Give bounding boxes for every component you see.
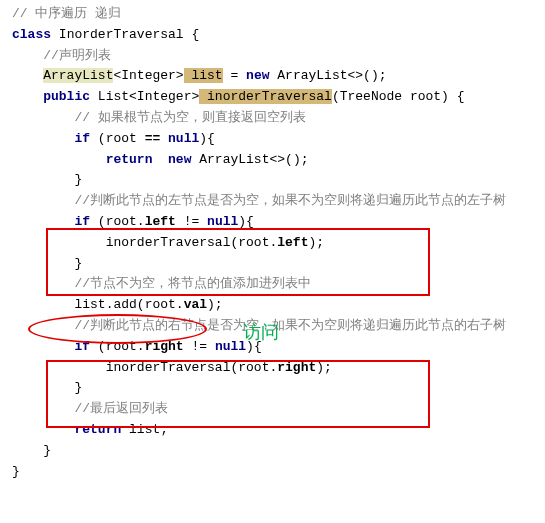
code-line: if (root == null){ <box>12 129 541 150</box>
tail: <>(); <box>348 68 387 83</box>
generic: <Integer> <box>129 89 199 104</box>
tail: ); <box>207 297 223 312</box>
keyword-null: null <box>215 339 246 354</box>
keyword-if: if <box>74 339 90 354</box>
code-content: // 中序遍历 递归 class InorderTraversal { //声明… <box>0 0 545 486</box>
expr: (root. <box>90 214 145 229</box>
type: ArrayList <box>277 68 347 83</box>
type: ArrayList <box>199 152 269 167</box>
comment-text: //节点不为空，将节点的值添加进列表中 <box>74 276 311 291</box>
code-line: if (root.left != null){ <box>12 212 541 233</box>
call: inorderTraversal(root. <box>106 360 278 375</box>
expr: (root. <box>90 339 145 354</box>
tail: <>(); <box>269 152 308 167</box>
var-list: list <box>184 68 223 83</box>
field-left: left <box>277 235 308 250</box>
brace: } <box>74 380 82 395</box>
params: (TreeNode root) { <box>332 89 465 104</box>
type: List <box>90 89 129 104</box>
expr: list; <box>121 422 168 437</box>
keyword-public: public <box>43 89 90 104</box>
sp <box>152 152 168 167</box>
comment-text: //判断此节点的左节点是否为空，如果不为空则将递归遍历此节点的左子树 <box>74 193 506 208</box>
tail: ){ <box>238 214 254 229</box>
tail: ); <box>316 360 332 375</box>
op-eqeq: == <box>145 131 161 146</box>
code-line: //声明列表 <box>12 46 541 67</box>
brace: } <box>43 443 51 458</box>
comment-text: //判断此节点的右节点是否为空，如果不为空则将递归遍历此节点的右子树 <box>74 318 506 333</box>
call: inorderTraversal(root. <box>106 235 278 250</box>
keyword-new: new <box>246 68 277 83</box>
field-right: right <box>145 339 184 354</box>
keyword-null: null <box>207 214 238 229</box>
code-line: } <box>12 462 541 483</box>
brace: { <box>184 27 200 42</box>
code-line: } <box>12 254 541 275</box>
code-line: //最后返回列表 <box>12 399 541 420</box>
code-line: //判断此节点的左节点是否为空，如果不为空则将递归遍历此节点的左子树 <box>12 191 541 212</box>
op: != <box>184 339 215 354</box>
code-line: return list; <box>12 420 541 441</box>
brace: } <box>74 256 82 271</box>
code-line: // 中序遍历 递归 <box>12 4 541 25</box>
field-left: left <box>145 214 176 229</box>
field-val: val <box>184 297 207 312</box>
keyword-new: new <box>168 152 199 167</box>
comment-text: // 如果根节点为空，则直接返回空列表 <box>74 110 305 125</box>
op: = <box>223 68 246 83</box>
brace: } <box>74 172 82 187</box>
keyword-return: return <box>106 152 153 167</box>
comment-text: //最后返回列表 <box>74 401 168 416</box>
type-arraylist: ArrayList <box>43 68 113 83</box>
code-line: list.add(root.val); <box>12 295 541 316</box>
code-line: inorderTraversal(root.left); <box>12 233 541 254</box>
code-line: //节点不为空，将节点的值添加进列表中 <box>12 274 541 295</box>
tail: ){ <box>199 131 215 146</box>
keyword-if: if <box>74 131 90 146</box>
method-name: inorderTraversal <box>199 89 332 104</box>
tail: ){ <box>246 339 262 354</box>
code-line: ArrayList<Integer> list = new ArrayList<… <box>12 66 541 87</box>
expr: (root <box>90 131 145 146</box>
keyword-return: return <box>74 422 121 437</box>
code-line: public List<Integer> inorderTraversal(Tr… <box>12 87 541 108</box>
tail: ); <box>308 235 324 250</box>
field-right: right <box>277 360 316 375</box>
code-line: class InorderTraversal { <box>12 25 541 46</box>
comment-text: // 中序遍历 递归 <box>12 6 121 21</box>
code-line: if (root.right != null){ <box>12 337 541 358</box>
generic: <Integer> <box>113 68 183 83</box>
keyword-class: class <box>12 27 51 42</box>
code-line: } <box>12 170 541 191</box>
code-line: return new ArrayList<>(); <box>12 150 541 171</box>
sp <box>160 131 168 146</box>
code-line: } <box>12 441 541 462</box>
brace: } <box>12 464 20 479</box>
keyword-null: null <box>168 131 199 146</box>
code-line: inorderTraversal(root.right); <box>12 358 541 379</box>
call: list.add(root. <box>74 297 183 312</box>
code-line: } <box>12 378 541 399</box>
code-line: // 如果根节点为空，则直接返回空列表 <box>12 108 541 129</box>
code-line: //判断此节点的右节点是否为空，如果不为空则将递归遍历此节点的右子树 <box>12 316 541 337</box>
op: != <box>176 214 207 229</box>
class-name: InorderTraversal <box>51 27 184 42</box>
comment-text: //声明列表 <box>43 48 111 63</box>
keyword-if: if <box>74 214 90 229</box>
